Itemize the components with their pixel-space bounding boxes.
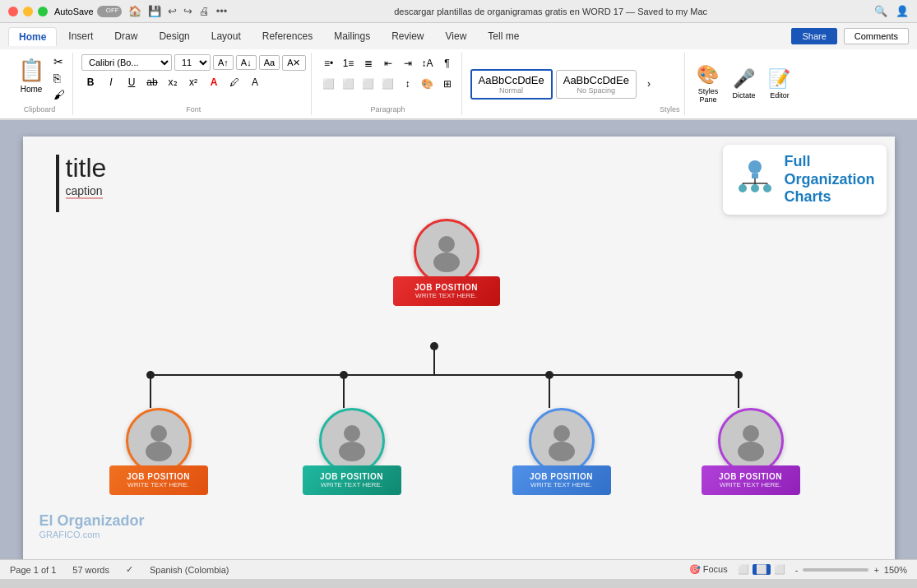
print-icon[interactable]: 🖨 — [199, 5, 210, 17]
tab-view[interactable]: View — [436, 27, 477, 45]
decrease-indent-button[interactable]: ⇤ — [379, 54, 397, 72]
watermark-line1: El Organizador — [39, 512, 145, 530]
paste-button[interactable]: 📋 Home — [12, 54, 51, 102]
font-family-select[interactable]: Calibri (Bo... — [81, 54, 172, 71]
text-effects-button[interactable]: A — [246, 73, 264, 91]
copy-button[interactable]: ⎘ — [51, 71, 67, 86]
document-caption: caption — [66, 184, 103, 199]
print-layout-button[interactable]: ⬜ — [753, 564, 771, 575]
zoom-slider[interactable] — [803, 568, 868, 572]
maximize-button[interactable] — [38, 7, 48, 16]
zoom-out-button[interactable]: - — [795, 565, 799, 575]
tab-home[interactable]: Home — [8, 27, 57, 46]
document-area: title caption — [0, 120, 917, 559]
dictate-icon: 🎤 — [733, 68, 755, 90]
shading-button[interactable]: 🎨 — [419, 75, 437, 93]
tab-review[interactable]: Review — [382, 27, 433, 45]
child4-person-label: JOB POSITION WRITE TEXT HERE. — [702, 465, 800, 495]
justify-button[interactable]: ⬜ — [379, 75, 397, 93]
tab-layout[interactable]: Layout — [201, 27, 251, 45]
font-color-button[interactable]: A — [205, 73, 223, 91]
highlight-button[interactable]: 🖊 — [225, 73, 243, 91]
more-icon[interactable]: ••• — [216, 5, 228, 17]
clipboard-group: 📋 Home ✂ ⎘ 🖌 Clipboard — [7, 53, 73, 115]
borders-button[interactable]: ⊞ — [438, 75, 456, 93]
svg-point-42 — [738, 442, 764, 461]
superscript-button[interactable]: x² — [184, 73, 202, 91]
subscript-button[interactable]: x₂ — [164, 73, 182, 91]
styles-more-button[interactable]: › — [640, 75, 658, 93]
dictate-button[interactable]: 🎤 Dictate — [729, 65, 758, 103]
close-button[interactable] — [8, 7, 18, 16]
web-layout-button[interactable]: ⬜ — [738, 564, 749, 575]
bold-button[interactable]: B — [81, 73, 100, 91]
align-left-button[interactable]: ⬜ — [320, 75, 338, 93]
outline-view-button[interactable]: ⬜ — [774, 564, 785, 575]
clear-format-button[interactable]: A✕ — [282, 55, 305, 71]
comments-button[interactable]: Comments — [844, 28, 909, 44]
status-bar: Page 1 of 1 57 words ✓ Spanish (Colombia… — [0, 559, 917, 579]
font-shrink-button[interactable]: A↓ — [236, 55, 257, 70]
style-normal[interactable]: AaBbCcDdEe Normal — [470, 69, 553, 100]
underline-button[interactable]: U — [123, 73, 141, 91]
editor-button[interactable]: 📝 Editor — [765, 65, 794, 103]
tab-insert[interactable]: Insert — [58, 27, 103, 45]
child1-job-title: JOB POSITION — [119, 472, 198, 481]
svg-point-33 — [438, 236, 455, 252]
cut-button[interactable]: ✂ — [51, 54, 67, 69]
line-spacing-button[interactable]: ↕ — [399, 75, 417, 93]
font-grow-button[interactable]: A↑ — [213, 55, 234, 70]
tab-tell-me[interactable]: Tell me — [478, 27, 529, 45]
child1-job-sub: WRITE TEXT HERE. — [119, 481, 198, 488]
autosave-toggle[interactable] — [97, 6, 122, 17]
share-icon[interactable]: 👤 — [896, 5, 909, 17]
styles-pane-button[interactable]: 🎨 Styles Pane — [693, 61, 722, 107]
svg-point-40 — [549, 442, 575, 461]
traffic-lights — [8, 7, 48, 16]
svg-point-37 — [344, 425, 360, 442]
font-size-select[interactable]: 11 — [174, 54, 211, 71]
strikethrough-button[interactable]: ab — [143, 73, 161, 91]
svg-point-0 — [748, 160, 762, 174]
svg-point-4 — [739, 184, 747, 192]
zoom-in-button[interactable]: + — [873, 565, 878, 575]
tab-design[interactable]: Design — [149, 27, 199, 45]
svg-point-35 — [151, 425, 167, 442]
zoom-level: 150% — [884, 565, 907, 575]
tab-draw[interactable]: Draw — [104, 27, 147, 45]
svg-point-17 — [340, 371, 348, 379]
minimize-button[interactable] — [23, 7, 33, 16]
paragraph-group-label: Paragraph — [370, 104, 405, 113]
styles-pane-label: Styles Pane — [698, 87, 719, 104]
tab-references[interactable]: References — [252, 27, 322, 45]
style-no-spacing-name: AaBbCcDdEe — [563, 74, 629, 86]
format-painter-button[interactable]: 🖌 — [51, 87, 67, 102]
bullets-button[interactable]: ≡• — [320, 54, 338, 72]
document-check-icon: ✓ — [126, 564, 133, 575]
change-case-button[interactable]: Aa — [259, 55, 280, 70]
svg-rect-1 — [752, 174, 758, 178]
home-icon[interactable]: 🏠 — [128, 5, 141, 17]
numbering-button[interactable]: 1≡ — [340, 54, 358, 72]
align-center-button[interactable]: ⬜ — [340, 75, 358, 93]
focus-button[interactable]: 🎯 Focus — [689, 564, 728, 575]
child3-avatar — [529, 408, 595, 474]
style-no-spacing[interactable]: AaBbCcDdEe No Spacing — [556, 70, 637, 99]
share-button[interactable]: Share — [791, 28, 836, 44]
paste-options: ✂ ⎘ 🖌 — [51, 54, 67, 102]
multilevel-list-button[interactable]: ≣ — [359, 54, 377, 72]
sort-button[interactable]: ↕A — [419, 54, 437, 72]
italic-button[interactable]: I — [102, 73, 120, 91]
undo-icon[interactable]: ↩ — [168, 5, 177, 17]
increase-indent-button[interactable]: ⇥ — [399, 54, 417, 72]
show-marks-button[interactable]: ¶ — [438, 54, 456, 72]
tab-mailings[interactable]: Mailings — [324, 27, 380, 45]
search-icon[interactable]: 🔍 — [874, 5, 887, 17]
watermark-line2: GRAFICO.com — [39, 530, 145, 539]
align-right-button[interactable]: ⬜ — [359, 75, 377, 93]
redo-icon[interactable]: ↪ — [183, 5, 192, 17]
svg-point-20 — [734, 371, 743, 379]
paragraph-group: ≡• 1≡ ≣ ⇤ ⇥ ↕A ¶ ⬜ ⬜ ⬜ ⬜ ↕ 🎨 ⊞ — [315, 53, 462, 115]
document-page[interactable]: title caption — [23, 137, 895, 559]
save-icon[interactable]: 💾 — [148, 5, 161, 17]
